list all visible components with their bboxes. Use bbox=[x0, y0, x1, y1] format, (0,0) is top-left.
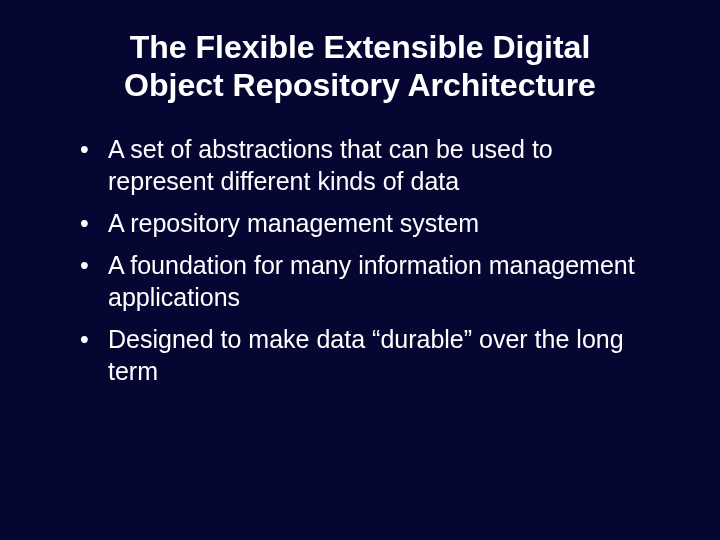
list-item: A repository management system bbox=[80, 207, 660, 239]
slide: The Flexible Extensible Digital Object R… bbox=[0, 0, 720, 540]
list-item: Designed to make data “durable” over the… bbox=[80, 323, 660, 387]
list-item: A foundation for many information manage… bbox=[80, 249, 660, 313]
list-item: A set of abstractions that can be used t… bbox=[80, 133, 660, 197]
slide-title: The Flexible Extensible Digital Object R… bbox=[80, 28, 640, 105]
bullet-list: A set of abstractions that can be used t… bbox=[40, 133, 680, 387]
